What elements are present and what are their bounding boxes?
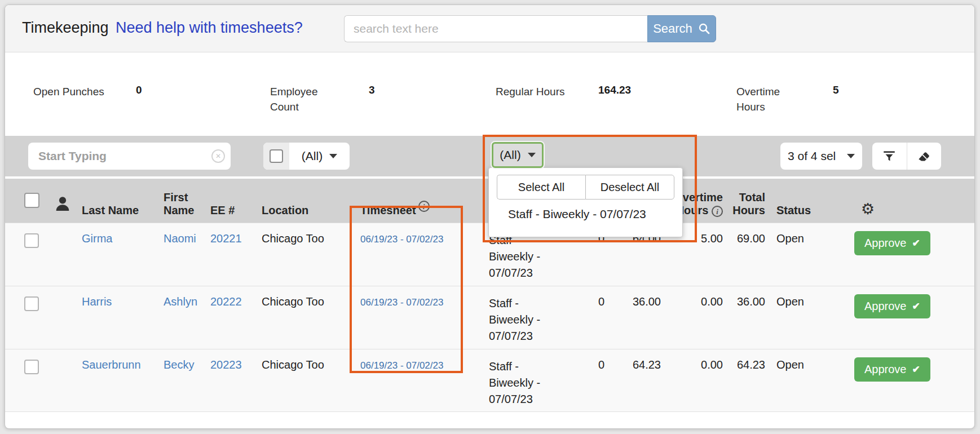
first-name-cell: Becky xyxy=(164,358,210,371)
timekeeping-panel: Timekeeping Need help with timesheets? S… xyxy=(5,5,975,429)
top-bar: Timekeeping Need help with timesheets? S… xyxy=(5,5,974,52)
row-checkbox-cell xyxy=(24,358,54,374)
header-last-name[interactable]: Last Name xyxy=(82,204,164,217)
table-body: Girma Naomi 20221 Chicago Too 06/19/23 -… xyxy=(5,223,974,412)
last-name-link[interactable]: Harris xyxy=(82,295,112,308)
location-filter-value: (All) xyxy=(302,149,323,163)
chevron-down-icon xyxy=(329,154,337,158)
row-checkbox[interactable] xyxy=(24,233,39,248)
filter-action-buttons xyxy=(872,143,941,170)
table-row: Harris Ashlyn 20222 Chicago Too 06/19/23… xyxy=(5,286,974,349)
ee-number-link[interactable]: 20223 xyxy=(210,358,242,371)
location-filter-control: (All) xyxy=(263,143,350,170)
stat-regular-hours-value: 164.23 xyxy=(598,84,631,96)
header-first-name[interactable]: First Name xyxy=(164,191,210,217)
eraser-icon xyxy=(916,149,932,163)
help-link[interactable]: Need help with timesheets? xyxy=(116,19,303,37)
header-timesheet-label: Timesheet xyxy=(360,204,416,216)
stat-overtime-hours-label: Overtime Hours xyxy=(736,84,793,114)
status-cell: Open xyxy=(765,295,838,308)
header-location[interactable]: Location xyxy=(262,204,360,217)
stat-regular-hours-label: Regular Hours xyxy=(496,84,565,99)
approve-label: Approve xyxy=(864,237,907,250)
action-cell: Approve✔ xyxy=(838,295,946,318)
ee-number-link[interactable]: 20221 xyxy=(210,232,242,245)
pay-period-option[interactable]: Staff - Biweekly - 07/07/23 xyxy=(508,207,646,221)
header-ee-number[interactable]: EE # xyxy=(210,204,262,217)
header-timesheet[interactable]: Timesheeti xyxy=(360,201,489,217)
deselect-all-button[interactable]: Deselect All xyxy=(585,175,674,200)
first-name-cell: Naomi xyxy=(164,232,210,245)
page-title: Timekeeping xyxy=(22,19,109,37)
row-checkbox[interactable] xyxy=(24,360,39,374)
stat-open-punches-label: Open Punches xyxy=(33,84,104,99)
first-name-link[interactable]: Ashlyn xyxy=(164,295,197,308)
pay-period-filter-value: (All) xyxy=(500,148,520,162)
pay-period-cell: Staff - Biweekly - 07/07/23 xyxy=(489,358,559,408)
timesheet-cell: 06/19/23 - 07/02/23 xyxy=(360,295,489,308)
last-name-cell: Sauerbrunn xyxy=(82,358,164,371)
apply-filter-button[interactable] xyxy=(872,143,907,170)
clear-filters-button[interactable] xyxy=(907,143,942,170)
ee-number-cell: 20221 xyxy=(210,232,262,245)
first-name-link[interactable]: Becky xyxy=(164,358,194,371)
location-filter-dropdown[interactable]: (All) xyxy=(289,143,350,170)
stat-overtime-hours-value: 5 xyxy=(833,84,839,96)
approve-button[interactable]: Approve✔ xyxy=(854,231,930,255)
pay-period-cell: Staff - Biweekly - 07/07/23 xyxy=(489,295,559,344)
first-name-link[interactable]: Naomi xyxy=(164,232,196,245)
location-filter-checkbox-segment xyxy=(263,143,289,170)
clear-filter-icon[interactable]: ✕ xyxy=(211,149,225,163)
header-select-all-cell xyxy=(24,193,54,217)
gear-icon[interactable]: ⚙ xyxy=(861,201,875,218)
overtime-hours-cell: 0.00 xyxy=(661,295,723,308)
action-cell: Approve✔ xyxy=(838,232,946,255)
pay-period-dropdown-popup: Select All Deselect All Staff - Biweekly… xyxy=(488,167,683,237)
last-name-cell: Harris xyxy=(82,295,164,308)
total-hours-cell: 69.00 xyxy=(723,232,765,245)
name-filter-input[interactable] xyxy=(28,143,231,170)
last-name-cell: Girma xyxy=(82,232,164,245)
pay-period-filter-dropdown[interactable]: (All) xyxy=(492,142,544,168)
column-selector-dropdown[interactable]: 3 of 4 sel xyxy=(780,143,862,170)
total-hours-cell: 64.23 xyxy=(723,358,765,371)
header-status[interactable]: Status xyxy=(765,204,838,217)
last-name-link[interactable]: Girma xyxy=(82,232,112,245)
ee-number-link[interactable]: 20222 xyxy=(210,295,242,308)
timesheet-link[interactable]: 06/19/23 - 07/02/23 xyxy=(360,234,443,245)
search-input[interactable] xyxy=(344,15,647,42)
overtime-info-icon[interactable]: i xyxy=(712,206,723,217)
timesheet-link[interactable]: 06/19/23 - 07/02/23 xyxy=(360,360,443,371)
pay-period-cell: Staff - Biweekly - 07/07/23 xyxy=(489,232,559,281)
select-all-checkbox[interactable] xyxy=(24,193,39,208)
search-icon xyxy=(698,23,710,35)
approve-button[interactable]: Approve✔ xyxy=(854,294,930,318)
open-punches-cell: 0 xyxy=(559,295,604,308)
chevron-down-icon xyxy=(528,153,536,157)
select-all-button[interactable]: Select All xyxy=(497,175,585,200)
regular-hours-cell: 36.00 xyxy=(604,295,661,308)
timesheet-cell: 06/19/23 - 07/02/23 xyxy=(360,358,489,371)
overtime-hours-cell: 0.00 xyxy=(661,358,723,371)
location-filter-checkbox[interactable] xyxy=(270,149,283,163)
approve-label: Approve xyxy=(864,300,907,313)
ee-number-cell: 20223 xyxy=(210,358,262,371)
approve-button[interactable]: Approve✔ xyxy=(854,357,930,382)
chevron-down-icon xyxy=(847,154,855,158)
location-cell: Chicago Too xyxy=(262,295,360,308)
stat-open-punches-value: 0 xyxy=(136,84,142,96)
table-row: Sauerbrunn Becky 20223 Chicago Too 06/19… xyxy=(5,349,974,412)
open-punches-cell: 0 xyxy=(559,358,604,371)
check-icon: ✔ xyxy=(912,364,920,375)
timesheet-link[interactable]: 06/19/23 - 07/02/23 xyxy=(360,297,443,308)
timesheet-info-icon[interactable]: i xyxy=(418,201,430,212)
search-button[interactable]: Search xyxy=(647,15,716,42)
header-employee-cell xyxy=(54,194,82,217)
last-name-link[interactable]: Sauerbrunn xyxy=(82,358,141,371)
row-checkbox[interactable] xyxy=(24,296,39,311)
person-icon xyxy=(54,194,72,214)
stat-employee-count-label: Employee Count xyxy=(270,84,326,114)
funnel-icon xyxy=(882,149,897,163)
header-total-hours[interactable]: Total Hours xyxy=(723,191,765,217)
total-hours-cell: 36.00 xyxy=(723,295,765,308)
